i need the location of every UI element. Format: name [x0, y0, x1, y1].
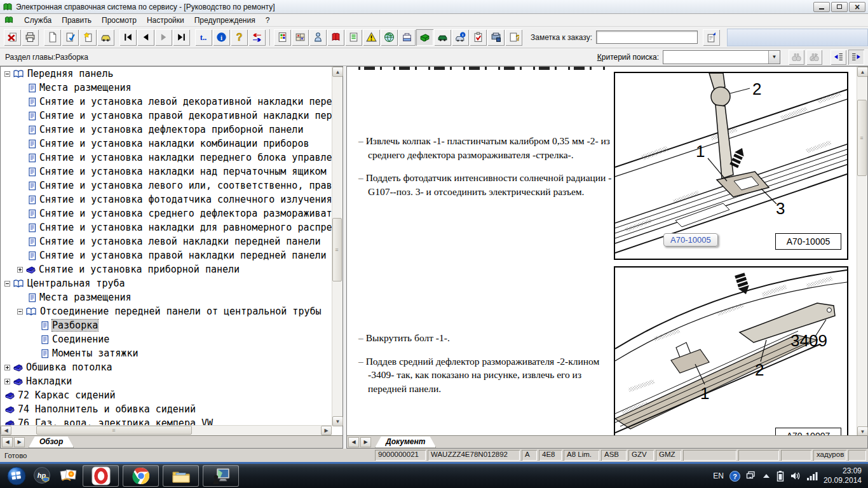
tree-item-label[interactable]: Снятие и установка правой декоративной н… — [39, 110, 332, 121]
scroll-up-icon[interactable]: ▲ — [332, 67, 343, 77]
expand-icon[interactable] — [17, 267, 23, 273]
tree-vscroll-thumb[interactable]: ≡ — [332, 218, 342, 281]
tree-item-label[interactable]: Разборка — [52, 320, 98, 331]
tree-item[interactable]: Соединение — [1, 332, 332, 346]
tree-item[interactable]: Снятие и установка накладки для равномер… — [1, 220, 332, 234]
tree-item[interactable]: Снятие и установка дефлектора приборной … — [1, 123, 332, 137]
tray-volume-icon[interactable] — [790, 471, 801, 481]
tray-battery-icon[interactable] — [776, 470, 784, 482]
print-icon[interactable] — [22, 29, 39, 46]
goto-t-icon[interactable]: t.. — [195, 29, 212, 46]
expand-icon[interactable] — [4, 365, 10, 370]
person-icon[interactable] — [309, 29, 327, 46]
nav-last-icon[interactable] — [173, 29, 190, 46]
menu-item-настройки[interactable]: Настройки — [142, 15, 189, 26]
tree-item-label[interactable]: Снятие и установка правой накладки перед… — [39, 250, 327, 261]
tree-item[interactable]: Снятие и установка правой декоративной н… — [1, 109, 332, 123]
tree-item-label[interactable]: Снятие и установка дефлектора приборной … — [39, 124, 303, 135]
green-block-icon[interactable] — [416, 29, 433, 46]
menu-item-предупреждения[interactable]: Предупреждения — [189, 15, 261, 26]
print-disk-icon[interactable] — [487, 29, 505, 46]
tab-scroll-left-icon[interactable]: ◀ — [2, 437, 13, 447]
tree-item[interactable]: 72 Каркас сидений — [1, 388, 332, 402]
tab-scroll-right-icon[interactable]: ▶ — [14, 437, 25, 447]
taskbar-elsa-app-icon[interactable] — [203, 465, 239, 487]
tray-window-restore-icon[interactable] — [746, 471, 756, 481]
car-info-icon[interactable]: i — [452, 29, 469, 46]
scroll-left-icon[interactable]: ◀ — [1, 426, 11, 435]
book-red-icon[interactable] — [327, 29, 344, 46]
menu-item-править[interactable]: Править — [57, 15, 97, 26]
box-flag-icon[interactable] — [398, 29, 416, 46]
tab-document[interactable]: Документ — [375, 437, 436, 448]
info-icon[interactable]: i — [213, 29, 230, 46]
tree-item[interactable]: Снятие и установка приборной панели — [1, 262, 332, 276]
tree-item-label[interactable]: Снятие и установка накладки комбинации п… — [39, 138, 309, 149]
car-icon[interactable] — [97, 29, 114, 46]
tree-item-label[interactable]: 72 Каркас сидений — [18, 390, 116, 401]
warning-icon[interactable] — [363, 29, 380, 46]
tree-item[interactable]: Снятие и установка накладки над перчаточ… — [1, 165, 332, 179]
tree-item[interactable]: Снятие и установка правой накладки перед… — [1, 248, 332, 262]
tree-item-label[interactable]: Места размещения — [39, 292, 132, 303]
order-note-input[interactable] — [596, 30, 698, 44]
tree-item[interactable]: Снятие и установка левой накладки передн… — [1, 234, 332, 248]
doc-vscroll-thumb[interactable]: ≡ — [857, 100, 867, 176]
list-arrow-right-icon[interactable] — [848, 50, 864, 65]
package-icon[interactable] — [292, 29, 309, 46]
order-note-button[interactable] — [703, 29, 720, 46]
taskbar-explorer-icon[interactable] — [163, 465, 199, 487]
taskbar-opera-icon[interactable] — [83, 465, 119, 487]
menu-item-просмотр[interactable]: Просмотр — [97, 15, 142, 26]
doc-scroll-up-icon[interactable]: ▲ — [857, 67, 868, 77]
close-button[interactable]: × — [849, 2, 865, 12]
nav-back-icon[interactable] — [137, 29, 154, 46]
doc-check-icon[interactable] — [62, 29, 79, 46]
tree-item[interactable]: Моменты затяжки — [1, 346, 332, 360]
tree-item-label[interactable]: Обшивка потолка — [26, 362, 112, 373]
tray-chevron-up-icon[interactable] — [762, 473, 771, 479]
expand-icon[interactable] — [4, 379, 10, 384]
taskbar-photos-icon[interactable] — [58, 465, 79, 487]
tree-item[interactable]: Разборка — [1, 318, 332, 332]
tree-item-label[interactable]: Соединение — [52, 334, 109, 345]
tree-vertical-scrollbar[interactable]: ▲ ≡ ▼ — [332, 67, 342, 426]
tray-help-orb-icon[interactable]: ? — [729, 471, 740, 482]
tray-network-icon[interactable] — [806, 471, 818, 481]
taskbar-clock[interactable]: 23:09 20.09.2014 — [824, 466, 862, 485]
tree-item-label[interactable]: Центральная труба — [27, 278, 125, 289]
list-doc-icon[interactable] — [345, 29, 362, 46]
tree-hscroll-thumb[interactable]: ≡ — [36, 426, 192, 435]
scroll-down-icon[interactable]: ▼ — [332, 416, 343, 426]
search-criteria-combobox[interactable]: ▼ — [663, 50, 780, 64]
tree-item[interactable]: Снятие и установка фотодатчика солнечног… — [1, 193, 332, 207]
tree-item[interactable]: Обшивка потолка — [1, 360, 332, 374]
taskbar-start-icon[interactable] — [6, 465, 27, 487]
tree-item-label[interactable]: Снятие и установка среднего дефлектора р… — [39, 208, 332, 219]
doc-tab-scroll-right-icon[interactable]: ▶ — [360, 437, 371, 447]
tree-item[interactable]: Снятие и установка накладки комбинации п… — [1, 137, 332, 151]
tree-item-label[interactable]: Снятие и установка левой накладки передн… — [39, 236, 321, 247]
tree-item-label[interactable]: Снятие и установка фотодатчика солнечног… — [39, 194, 332, 205]
tree-item-label[interactable]: Снятие и установка левой декоративной на… — [39, 96, 332, 107]
car-green-icon[interactable] — [434, 29, 451, 46]
minimize-button[interactable] — [813, 2, 830, 12]
help-icon[interactable]: ? — [231, 29, 248, 46]
exit-icon[interactable] — [4, 29, 21, 46]
tree-item-label[interactable]: Передняя панель — [27, 68, 113, 79]
clipboard-check-icon[interactable] — [470, 29, 487, 46]
new-doc-icon[interactable] — [44, 29, 61, 46]
tree-item[interactable]: Накладки — [1, 374, 332, 388]
tree-horizontal-scrollbar[interactable]: ◀ ≡ ▶ — [1, 425, 332, 435]
tree-item-label[interactable]: Места размещения — [39, 82, 132, 93]
tree-item[interactable]: Снятие и установка среднего дефлектора р… — [1, 207, 332, 220]
scroll-right-icon[interactable]: ▶ — [321, 426, 332, 435]
swap-arrows-icon[interactable] — [248, 29, 266, 46]
tree-item[interactable]: Отсоединение передней панели от централь… — [1, 304, 332, 318]
globe-icon[interactable] — [381, 29, 398, 46]
doc-question-icon[interactable]: ? — [505, 29, 522, 46]
tree-item[interactable]: Передняя панель — [1, 67, 332, 81]
list-arrow-left-icon[interactable] — [831, 50, 846, 65]
doc-new-icon[interactable] — [79, 29, 97, 46]
tree-item[interactable]: Места размещения — [1, 290, 332, 304]
